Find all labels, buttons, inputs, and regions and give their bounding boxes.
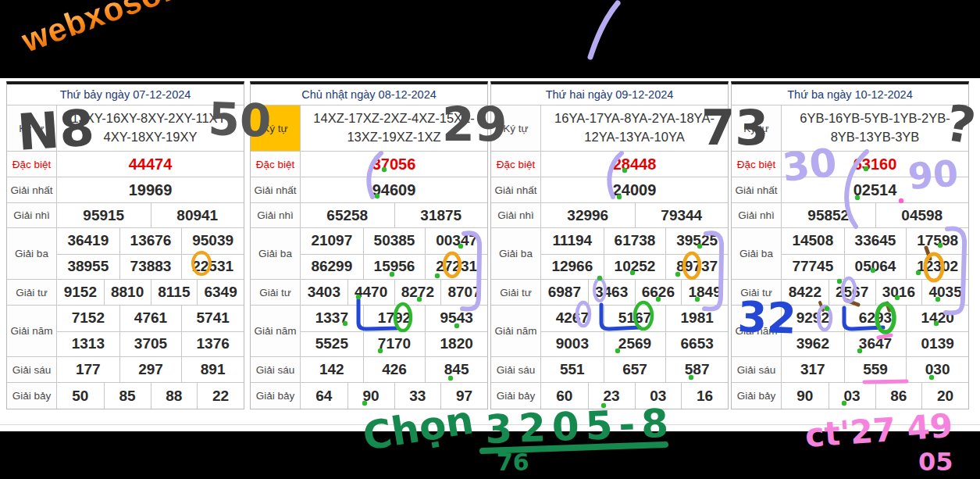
prize-value: 23 (588, 383, 635, 409)
prize-value: 177 (57, 357, 119, 382)
prize-value: 1981 (665, 306, 728, 331)
prize-value: 80941 (151, 203, 244, 227)
prize-value: 6653 (665, 331, 728, 357)
prize-value: 1420 (906, 306, 968, 331)
prize-value: 19969 (57, 177, 244, 202)
prize-value: 90 (347, 383, 394, 409)
row-label-nhat: Giải nhất (251, 177, 301, 202)
row-label-ba: Giải ba (251, 228, 301, 279)
prize-value: 77745 (782, 254, 844, 280)
prize-value: 31875 (394, 203, 488, 227)
prize-value: 95915 (57, 203, 151, 227)
prize-value: 79344 (635, 203, 729, 227)
row-label-nhi: Giải nhì (732, 203, 782, 227)
prize-value: 8272 (394, 280, 441, 305)
prize-value: 14508 (782, 228, 844, 254)
prize-value: 86 (875, 383, 922, 409)
row-label-nhi: Giải nhì (251, 203, 301, 227)
prize-value: 89737 (665, 254, 728, 280)
kytu-value: 14XZ-17XZ-2XZ-4XZ-15XZ-13XZ-19XZ-1XZ (301, 105, 487, 151)
prize-value: 5167 (604, 306, 666, 331)
prize-value: 38955 (57, 254, 119, 280)
top-black-banner: webxoso.net (0, 0, 980, 78)
prize-value: 2567 (829, 280, 875, 305)
prize-value: 27231 (425, 254, 487, 280)
prize-value: 10252 (604, 254, 666, 280)
row-label-nam: Giải năm (251, 306, 301, 356)
prize-value: 50385 (363, 228, 426, 254)
prize-value: 7152 (57, 306, 119, 331)
prize-value: 22 (197, 383, 244, 409)
prize-value: 36419 (57, 228, 119, 254)
prize-value: 4035 (921, 280, 968, 305)
row-label-nhat: Giải nhất (491, 177, 541, 202)
prize-value: 3403 (301, 280, 347, 305)
table-date[interactable]: Thứ hai ngày 09-12-2024 (491, 84, 728, 105)
page-divider (0, 424, 980, 425)
prize-value: 1792 (363, 306, 426, 331)
table-date[interactable]: Thứ bảy ngày 07-12-2024 (7, 84, 244, 105)
prize-value: 1313 (57, 331, 119, 357)
prize-value: 4761 (119, 306, 182, 331)
row-label-sau: Giải sáu (732, 357, 782, 382)
prize-value: 13676 (119, 228, 182, 254)
row-label-nam: Giải năm (732, 306, 782, 356)
prize-special: 28448 (541, 152, 728, 177)
row-label-sau: Giải sáu (491, 357, 541, 382)
prize-value: 7170 (363, 331, 426, 357)
row-label-kytu-highlighted: Ký tự (251, 105, 301, 151)
row-label-tu: Giải tư (251, 280, 301, 305)
row-label-nhat: Giải nhất (732, 177, 782, 202)
prize-value: 3463 (588, 280, 635, 305)
prize-value: 1376 (181, 331, 244, 357)
prize-value: 88 (151, 383, 198, 409)
prize-value: 4470 (347, 280, 394, 305)
row-label-tu: Giải tư (7, 280, 57, 305)
prize-value: 85 (104, 383, 151, 409)
prize-value: 17598 (906, 228, 968, 254)
row-label-nam: Giải năm (7, 306, 57, 356)
prize-value: 9152 (57, 280, 104, 305)
prize-value: 3705 (119, 331, 182, 357)
prize-value: 1849 (681, 280, 728, 305)
prize-value: 95852 (782, 203, 875, 227)
prize-value: 8810 (104, 280, 151, 305)
lottery-table-sun: Chủ nhật ngày 08-12-2024 Ký tự 14XZ-17XZ… (250, 81, 488, 409)
prize-value: 2569 (604, 331, 666, 357)
prize-value: 587 (665, 357, 728, 382)
site-logo: webxoso.net (17, 0, 225, 60)
prize-value: 6293 (844, 306, 907, 331)
prize-value: 00347 (425, 228, 487, 254)
prize-value: 3962 (782, 331, 844, 357)
prize-value: 50 (57, 383, 104, 409)
lottery-table-mon: Thứ hai ngày 09-12-2024 Ký tự 16YA-17YA-… (490, 81, 729, 409)
prize-value: 64 (301, 383, 347, 409)
prize-value: 297 (119, 357, 182, 382)
kytu-value: 13XY-16XY-8XY-2XY-11XY-4XY-18XY-19XY (57, 105, 244, 151)
table-date[interactable]: Thứ ba ngày 10-12-2024 (732, 84, 968, 105)
prize-value: 559 (844, 357, 907, 382)
prize-special: 37056 (301, 152, 487, 177)
prize-value: 1820 (425, 331, 487, 357)
row-label-nhi: Giải nhì (491, 203, 541, 227)
prize-value: 60 (541, 383, 588, 409)
prize-value: 5741 (181, 306, 244, 331)
prize-value: 90 (782, 383, 829, 409)
prize-value: 1337 (301, 306, 363, 331)
table-date[interactable]: Chủ nhật ngày 08-12-2024 (251, 84, 487, 105)
prize-value: 12302 (906, 254, 968, 280)
prize-value: 21097 (301, 228, 363, 254)
prize-value: 8115 (151, 280, 198, 305)
prize-value: 04598 (875, 203, 969, 227)
prize-value: 39525 (665, 228, 728, 254)
prize-value: 94609 (301, 177, 487, 202)
prize-value: 73883 (119, 254, 182, 280)
row-label-tu: Giải tư (491, 280, 541, 305)
prize-value: 95039 (181, 228, 244, 254)
row-label-sau: Giải sáu (7, 357, 57, 382)
row-label-nhat: Giải nhất (7, 177, 57, 202)
row-label-dacbiet: Đặc biệt (732, 152, 782, 177)
prize-value: 8707 (440, 280, 487, 305)
prize-value: 03 (829, 383, 875, 409)
prize-value: 6349 (197, 280, 244, 305)
